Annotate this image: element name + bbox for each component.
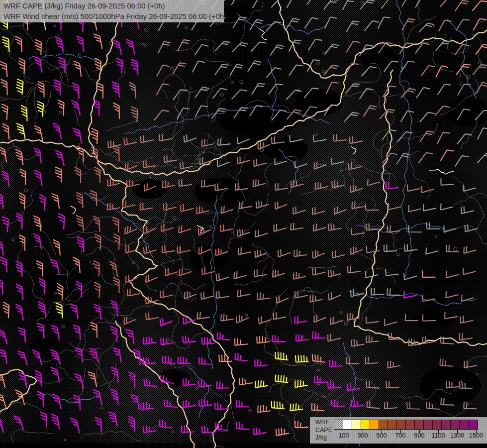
legend-title: WRF CAPE J/kg: [315, 419, 332, 442]
legend-title-variable: CAPE: [315, 427, 332, 435]
legend-cell-9: [415, 420, 424, 429]
legend-cell-5: [379, 420, 388, 429]
legend-cell-0: [334, 420, 343, 429]
legend-cell-4: [370, 420, 379, 429]
map-title-overlay: WRF CAPE (J/kg) Friday 26-09-2025 06:00 …: [0, 0, 224, 22]
legend-tick: [419, 430, 420, 434]
legend-tick: [476, 430, 477, 434]
legend-tick: [382, 430, 382, 434]
legend-cell-11: [433, 420, 442, 429]
legend-cell-1: [343, 420, 352, 429]
legend-cell-8: [406, 420, 415, 429]
legend-cell-3: [361, 420, 370, 429]
legend-cell-14: [460, 420, 469, 429]
legend-colorbar: [334, 420, 478, 430]
legend-title-unit: J/kg: [315, 434, 332, 442]
legend-cell-10: [424, 420, 433, 429]
legend-cell-13: [451, 420, 460, 429]
legend-title-model: WRF: [315, 419, 332, 427]
wrf-map-viewer: WRF CAPE (J/kg) Friday 26-09-2025 06:00 …: [0, 0, 487, 448]
cape-legend: WRF CAPE J/kg 10030050070090011001300150…: [310, 417, 487, 444]
legend-tick: [438, 430, 439, 434]
legend-tick: [363, 430, 363, 434]
legend-cell-15: [469, 420, 478, 429]
weather-map-svg: [0, 0, 487, 448]
legend-cell-2: [352, 420, 361, 429]
title-line-cape: WRF CAPE (J/kg) Friday 26-09-2025 06:00 …: [3, 1, 224, 11]
legend-tick: [344, 430, 344, 434]
legend-tick: [400, 430, 401, 434]
legend-cell-6: [388, 420, 397, 429]
legend-cell-12: [442, 420, 451, 429]
legend-cell-7: [397, 420, 406, 429]
title-line-shear: WRF Wind shear (m/s) 500/1000hPa Friday …: [3, 11, 224, 22]
legend-tick: [457, 430, 458, 434]
